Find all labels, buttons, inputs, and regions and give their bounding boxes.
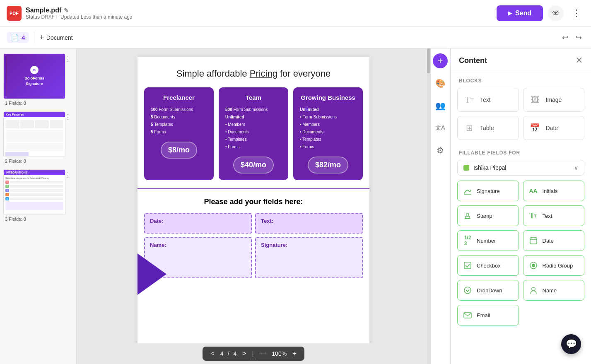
- panel-title: Content: [459, 56, 487, 65]
- user-selector[interactable]: Ishika Pippal ∨: [457, 160, 584, 176]
- thumbnail-3[interactable]: INTEGRATIONS Salesforce integrations for…: [3, 169, 73, 222]
- stamp-field-icon: [462, 210, 473, 222]
- field-box-signature[interactable]: Signature:: [255, 237, 363, 278]
- zoom-in-button[interactable]: +: [291, 350, 298, 357]
- fillable-text[interactable]: TT Text: [523, 205, 585, 226]
- more-icon: ⋮: [572, 8, 581, 18]
- block-item-text[interactable]: TT Text: [457, 88, 519, 112]
- pricing-cards: Freelancer 100 Form Submissions5 Documen…: [137, 87, 369, 188]
- users-icon: 👥: [435, 101, 446, 111]
- next-page-button[interactable]: >: [241, 350, 248, 357]
- svg-rect-4: [530, 238, 537, 244]
- block-item-image[interactable]: 🖼 Image: [523, 88, 585, 112]
- number-field-label: Number: [477, 238, 496, 244]
- main-area: B BoloFormsSignature 1 Fields: 0 ⋮ Key F…: [0, 48, 591, 364]
- zoom-out-button[interactable]: —: [258, 350, 268, 357]
- initials-field-label: Initials: [543, 188, 558, 194]
- undo-redo-group: ↩ ↪: [560, 31, 584, 44]
- app-header: PDF Sample.pdf ✎ Status DRAFT Updated Le…: [0, 0, 591, 27]
- add-icon: +: [438, 55, 443, 66]
- fillable-radio-group[interactable]: Radio Group: [523, 255, 585, 276]
- block-item-date[interactable]: 📅 Date: [523, 116, 585, 140]
- date-block-icon: 📅: [528, 121, 542, 135]
- fillable-checkbox[interactable]: Checkbox: [457, 255, 519, 276]
- block-item-table[interactable]: ⊞ Table: [457, 116, 519, 140]
- dropdown-field-icon: [462, 284, 473, 296]
- thumbnail-2[interactable]: Key Features 2 Fields: 0: [3, 111, 73, 164]
- translate-tool-button[interactable]: 文A: [433, 121, 448, 135]
- right-panel: Content ✕ BLOCKS TT Text 🖼 Image ⊞ Table…: [450, 48, 591, 364]
- thumb-label-1: 1 Fields: 0: [3, 101, 73, 106]
- date-field-icon: [528, 235, 539, 246]
- field-box-text[interactable]: Text:: [255, 213, 363, 234]
- view-button[interactable]: 👁: [548, 5, 564, 21]
- fillable-stamp[interactable]: Stamp: [457, 205, 519, 226]
- pages-icon: 📄: [11, 34, 19, 41]
- translate-icon: 文A: [435, 124, 445, 132]
- card-features-team: 500 Form SubmissionsUnlimited• Members• …: [225, 106, 282, 151]
- paint-tool-button[interactable]: 🎨: [433, 76, 448, 91]
- thumb-img-2: Key Features: [3, 111, 65, 157]
- more-options-button[interactable]: ⋮: [569, 6, 584, 20]
- eye-icon: 👁: [552, 9, 560, 18]
- zoom-level: 100%: [272, 350, 287, 357]
- add-page-button[interactable]: +: [433, 53, 448, 68]
- file-name: Sample.pdf ✎: [26, 7, 133, 14]
- canvas-bottom: < 4 / 4 > | — 100% +: [77, 343, 430, 364]
- email-field-icon: [462, 309, 473, 321]
- card-features-growing: Unlimited• Form Submissions• Members• Do…: [300, 106, 356, 151]
- send-button[interactable]: Send: [497, 5, 543, 21]
- send-label: Send: [515, 10, 531, 17]
- dropdown-field-label: DropDown: [477, 287, 502, 294]
- fillable-number[interactable]: 1/23 Number: [457, 230, 519, 251]
- radio-group-field-icon: [528, 260, 539, 271]
- thumb-more-2[interactable]: ⋮: [65, 113, 71, 121]
- checkbox-field-icon: [462, 260, 473, 271]
- chat-icon: 💬: [566, 339, 577, 350]
- fillable-date[interactable]: Date: [523, 230, 585, 251]
- field-box-date[interactable]: Date:: [144, 213, 252, 234]
- fillable-name[interactable]: Name: [523, 280, 585, 301]
- name-field-icon: [528, 284, 539, 296]
- fields-title: Please add your fields here:: [144, 198, 363, 206]
- thumbnail-1[interactable]: B BoloFormsSignature 1 Fields: 0 ⋮: [3, 53, 73, 106]
- undo-button[interactable]: ↩: [560, 31, 571, 44]
- thumb-more-3[interactable]: ⋮: [65, 171, 71, 179]
- users-tool-button[interactable]: 👥: [433, 98, 448, 113]
- fillable-email[interactable]: Email: [457, 305, 519, 325]
- field-label-date: Date:: [150, 218, 246, 224]
- field-label-name: Name:: [150, 242, 246, 248]
- canvas-area: Simple affordable Pricing for everyone F…: [77, 48, 430, 364]
- blocks-section-title: BLOCKS: [451, 71, 591, 88]
- pricing-suffix: for everyone: [277, 68, 330, 79]
- chat-bubble[interactable]: 💬: [561, 334, 581, 354]
- file-name-text: Sample.pdf: [26, 7, 61, 14]
- status-value: DRAFT: [41, 14, 58, 20]
- fillable-dropdown[interactable]: DropDown: [457, 280, 519, 301]
- pages-count: 4: [22, 34, 25, 41]
- page-content: Simple affordable Pricing for everyone F…: [137, 57, 369, 343]
- text-field-icon: TT: [528, 210, 539, 222]
- user-name: Ishika Pippal: [473, 164, 570, 171]
- svg-point-12: [532, 287, 535, 291]
- settings-tool-button[interactable]: ⚙: [433, 143, 448, 158]
- card-price-growing: $82/mo: [308, 157, 348, 174]
- fillable-initials[interactable]: AA Initials: [523, 181, 585, 201]
- add-document-button[interactable]: + Document: [34, 31, 77, 43]
- image-block-icon: 🖼: [528, 93, 542, 106]
- pricing-prefix: Simple affordable: [176, 68, 250, 79]
- fillable-header: FILLABLE FIELDS FOR: [451, 147, 591, 160]
- fillable-signature[interactable]: Signature: [457, 181, 519, 201]
- redo-button[interactable]: ↪: [573, 31, 584, 44]
- thumb-more-1[interactable]: ⋮: [65, 55, 71, 63]
- name-field-label: Name: [543, 287, 557, 294]
- text-field-label: Text: [543, 213, 552, 219]
- edit-icon[interactable]: ✎: [64, 7, 69, 14]
- settings-icon: ⚙: [437, 145, 444, 155]
- prev-page-button[interactable]: <: [209, 350, 216, 357]
- panel-close-button[interactable]: ✕: [575, 55, 583, 66]
- card-name-freelancer: Freelancer: [151, 94, 207, 101]
- fields-section: Please add your fields here: Date: Text:…: [137, 188, 369, 287]
- signature-field-label: Signature: [477, 188, 500, 194]
- pages-tab[interactable]: 📄 4: [7, 32, 29, 43]
